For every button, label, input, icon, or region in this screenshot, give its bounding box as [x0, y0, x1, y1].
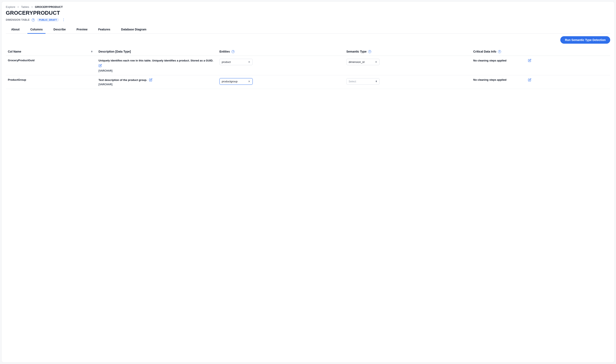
tab-preview[interactable]: Preview: [76, 26, 87, 34]
table-row: ProductGroupText description of the prod…: [6, 75, 610, 89]
help-icon[interactable]: ?: [231, 50, 235, 53]
entity-value: product: [222, 60, 231, 64]
help-icon[interactable]: ?: [498, 50, 501, 53]
help-icon[interactable]: ?: [32, 18, 35, 22]
cell-entities: productgroup✕: [217, 75, 344, 89]
cdi-text: No cleaning steps applied: [473, 78, 507, 81]
cell-semantic-type: dimension_id✕: [344, 56, 471, 75]
table-header-row: Col Name ▲▼ Description [Data Type] Enti…: [6, 47, 610, 56]
chevron-right-icon: >: [17, 5, 19, 9]
sort-icon[interactable]: ▲▼: [91, 51, 93, 52]
columns-table: Col Name ▲▼ Description [Data Type] Enti…: [6, 47, 610, 89]
semantic-type-value: dimension_id: [349, 60, 365, 64]
semantic-type-select[interactable]: Select▲▼: [347, 78, 379, 85]
entity-tag-input[interactable]: productgroup✕: [219, 78, 253, 85]
tab-describe[interactable]: Describe: [54, 26, 66, 34]
th-description-label: Description [Data Type]: [99, 50, 131, 53]
tab-about[interactable]: About: [11, 26, 19, 34]
more-actions-icon[interactable]: ⋮: [61, 18, 66, 22]
edit-icon[interactable]: [149, 78, 152, 81]
breadcrumb-link-explore[interactable]: Explore: [6, 5, 15, 9]
toolbar: Run Semantic Type Detection: [6, 34, 610, 46]
tabs: AboutColumnsDescribePreviewFeaturesDatab…: [6, 26, 610, 34]
run-semantic-type-detection-button[interactable]: Run Semantic Type Detection: [560, 36, 610, 44]
table-type-label: DIMENSION TABLE: [6, 18, 30, 21]
edit-icon[interactable]: [528, 59, 531, 62]
th-description: Description [Data Type]: [96, 47, 217, 56]
edit-icon[interactable]: [528, 78, 531, 81]
th-critical-data-info: Critical Data Info ?: [471, 47, 610, 56]
edit-icon[interactable]: [99, 64, 102, 67]
description-text: Uniquely identifies each row in this tab…: [99, 59, 213, 63]
breadcrumb-link-tables[interactable]: Tables: [21, 5, 29, 9]
th-entities: Entities ?: [217, 47, 344, 56]
th-cdi-label: Critical Data Info: [473, 50, 496, 53]
clear-icon[interactable]: ✕: [375, 60, 377, 64]
table-row: GroceryProductGuidUniquely identifies ea…: [6, 56, 610, 75]
clear-icon[interactable]: ✕: [248, 80, 250, 83]
entity-value: productgroup: [222, 80, 238, 83]
breadcrumb: Explore > Tables > GROCERYPRODUCT: [6, 5, 610, 9]
chevron-updown-icon: ▲▼: [375, 80, 377, 82]
description-text: Text description of the product group.: [99, 78, 147, 82]
select-placeholder: Select: [349, 80, 356, 83]
tab-columns[interactable]: Columns: [30, 26, 43, 34]
page-title: GROCERYPRODUCT: [6, 10, 610, 16]
help-icon[interactable]: ?: [368, 50, 371, 53]
tab-database-diagram[interactable]: Database Diagram: [121, 26, 146, 34]
th-semantic-type: Semantic Type ?: [344, 47, 471, 56]
cell-critical-data-info: No cleaning steps applied: [471, 75, 610, 89]
status-badge: PUBLIC_DRAFT: [37, 18, 59, 22]
cell-description: Text description of the product group.[V…: [96, 75, 217, 89]
cell-critical-data-info: No cleaning steps applied: [471, 56, 610, 75]
clear-icon[interactable]: ✕: [248, 60, 250, 64]
cell-colname: ProductGroup: [6, 75, 96, 89]
tab-features[interactable]: Features: [98, 26, 110, 34]
datatype: [VARCHAR]: [99, 69, 112, 72]
page-meta: DIMENSION TABLE ? PUBLIC_DRAFT ⋮: [6, 18, 610, 22]
cell-colname: GroceryProductGuid: [6, 56, 96, 75]
chevron-right-icon: >: [31, 5, 33, 9]
cell-entities: product✕: [217, 56, 344, 75]
cell-description: Uniquely identifies each row in this tab…: [96, 56, 217, 75]
page-root: Explore > Tables > GROCERYPRODUCT GROCER…: [2, 2, 614, 362]
cdi-text: No cleaning steps applied: [473, 59, 507, 62]
breadcrumb-current: GROCERYPRODUCT: [35, 5, 63, 9]
th-colname-label: Col Name: [8, 50, 21, 53]
th-entities-label: Entities: [219, 50, 230, 53]
th-colname[interactable]: Col Name ▲▼: [6, 47, 96, 56]
cell-semantic-type: Select▲▼: [344, 75, 471, 89]
th-semtype-label: Semantic Type: [347, 50, 367, 53]
entity-tag-input[interactable]: product✕: [219, 59, 253, 65]
semantic-type-tag-input[interactable]: dimension_id✕: [347, 59, 379, 65]
datatype: [VARCHAR]: [99, 83, 215, 86]
